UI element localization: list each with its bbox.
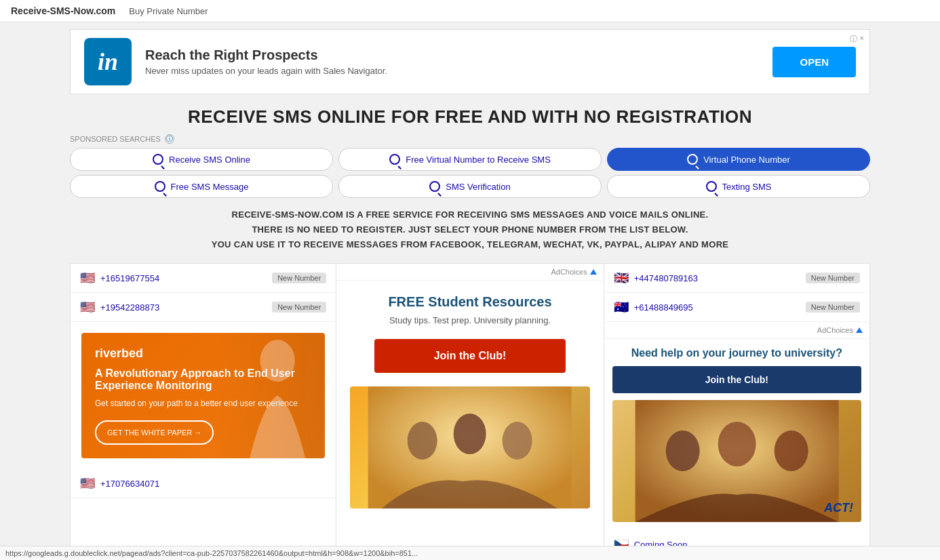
- riverbed-person-image: [216, 333, 326, 458]
- center-students-image: [350, 386, 589, 508]
- svg-point-8: [774, 431, 808, 471]
- sponsored-label: SPONSORED SEARCHES ⓘ: [70, 134, 870, 144]
- search-btn-4[interactable]: SMS Verification: [338, 175, 602, 198]
- right-adchoices: AdChoices: [604, 322, 869, 339]
- svg-point-0: [260, 340, 294, 382]
- phone-number[interactable]: +61488849695: [634, 302, 800, 313]
- new-number-badge: New Number: [806, 302, 860, 313]
- linkedin-logo-text: in: [98, 47, 118, 76]
- table-row[interactable]: 🇬🇧 +447480789163 New Number: [604, 264, 869, 293]
- search-btn-label-4: SMS Verification: [446, 182, 510, 192]
- new-number-badge: New Number: [806, 273, 860, 283]
- desc-line2: THERE IS NO NEED TO REGISTER. JUST SELEC…: [70, 222, 870, 237]
- search-btn-0[interactable]: Receive SMS Online: [70, 148, 333, 171]
- whitepaper-label: GET THE WHITE PAPER →: [107, 428, 201, 437]
- buy-private-number-link[interactable]: Buy Private Number: [129, 6, 208, 16]
- left-column: 🇺🇸 +16519677554 New Number 🇺🇸 +195422888…: [70, 263, 336, 559]
- center-column: AdChoices FREE Student Resources Study t…: [336, 263, 603, 559]
- center-ad-sub: Study tips. Test prep. University planni…: [350, 315, 589, 325]
- search-btn-5[interactable]: Texting SMS: [607, 175, 870, 198]
- phone-number[interactable]: +19542288873: [100, 302, 267, 313]
- search-icon-3: [155, 181, 165, 192]
- search-btn-label-2: Virtual Phone Number: [703, 155, 790, 165]
- ad-corner: ⓘ ×: [850, 34, 864, 44]
- riverbed-whitepaper-btn[interactable]: GET THE WHITE PAPER →: [95, 420, 214, 445]
- ad-subtitle: Never miss updates on your leads again w…: [145, 66, 759, 76]
- search-icon-0: [153, 154, 163, 165]
- main-heading: RECEIVE SMS ONLINE FOR FREE AND WITH NO …: [0, 106, 940, 127]
- search-icon-1: [389, 154, 400, 165]
- sponsored-text: SPONSORED SEARCHES: [70, 135, 161, 143]
- right-ad: Need help on your journey to university?…: [604, 339, 869, 530]
- act-logo: ACT!: [824, 501, 853, 515]
- ad-title: Reach the Right Prospects: [145, 47, 759, 63]
- phone-number[interactable]: +16519677554: [100, 273, 267, 283]
- statusbar-text: https://googleads.g.doubleclick.net/page…: [5, 549, 418, 557]
- center-adchoices-label: AdChoices: [551, 268, 587, 276]
- center-ad: FREE Student Resources Study tips. Test …: [336, 281, 603, 522]
- search-buttons-row2: Free SMS Message SMS Verification Textin…: [70, 175, 870, 198]
- ad-close-icon[interactable]: ×: [860, 34, 864, 44]
- search-btn-label-5: Texting SMS: [722, 182, 772, 192]
- search-btn-1[interactable]: Free Virtual Number to Receive SMS: [338, 148, 602, 171]
- svg-point-6: [665, 431, 699, 471]
- site-name: Receive-SMS-Now.com: [11, 5, 115, 16]
- svg-point-7: [718, 422, 756, 466]
- search-btn-label-0: Receive SMS Online: [169, 155, 250, 165]
- search-btn-2[interactable]: Virtual Phone Number: [607, 148, 870, 171]
- ad-info-icon[interactable]: ⓘ: [850, 34, 857, 44]
- desc-line1: RECEIVE-SMS-NOW.COM IS A FREE SERVICE FO…: [70, 207, 870, 222]
- description: RECEIVE-SMS-NOW.COM IS A FREE SERVICE FO…: [70, 207, 870, 252]
- center-adchoices: AdChoices: [336, 264, 603, 281]
- right-adchoices-label: AdChoices: [817, 326, 853, 334]
- center-join-btn[interactable]: Join the Club!: [374, 339, 566, 373]
- center-ad-headline: FREE Student Resources: [350, 294, 589, 310]
- riverbed-ad: riverbed A Revolutionary Approach to End…: [81, 333, 325, 458]
- search-icon-4: [429, 181, 440, 192]
- flag-au: 🇦🇺: [614, 300, 629, 315]
- new-number-badge: New Number: [272, 302, 326, 313]
- svg-point-4: [503, 422, 532, 460]
- table-row[interactable]: 🇺🇸 +17076634071: [71, 469, 336, 498]
- table-row[interactable]: 🇺🇸 +19542288873 New Number: [71, 293, 336, 322]
- search-btn-3[interactable]: Free SMS Message: [70, 175, 333, 198]
- right-column: 🇬🇧 +447480789163 New Number 🇦🇺 +61488849…: [604, 263, 870, 559]
- adchoices-icon: [856, 327, 863, 333]
- desc-line3: YOU CAN USE IT TO RECEIVE MESSAGES FROM …: [70, 237, 870, 252]
- new-number-badge: New Number: [272, 273, 326, 283]
- sponsored-section: SPONSORED SEARCHES ⓘ Receive SMS Online …: [70, 134, 870, 198]
- search-icon-5: [706, 181, 717, 192]
- right-join-btn[interactable]: Join the Club!: [612, 366, 861, 393]
- flag-us: 🇺🇸: [80, 271, 95, 285]
- linkedin-logo: in: [84, 38, 132, 85]
- table-row[interactable]: 🇦🇺 +61488849695 New Number: [604, 293, 869, 322]
- search-icon-2: [687, 154, 698, 165]
- search-btn-label-1: Free Virtual Number to Receive SMS: [406, 155, 551, 165]
- top-nav: Receive-SMS-Now.com Buy Private Number: [0, 0, 940, 22]
- flag-us: 🇺🇸: [80, 476, 95, 491]
- phone-number[interactable]: +447480789163: [634, 273, 800, 283]
- ad-text: Reach the Right Prospects Never miss upd…: [145, 47, 759, 76]
- ad-banner: ⓘ × in Reach the Right Prospects Never m…: [70, 29, 870, 94]
- sponsored-info-icon[interactable]: ⓘ: [165, 134, 174, 144]
- right-ad-headline: Need help on your journey to university?: [612, 347, 861, 359]
- flag-us: 🇺🇸: [80, 300, 95, 315]
- ad-open-button[interactable]: OPEN: [772, 47, 856, 77]
- svg-point-3: [454, 414, 486, 454]
- phone-number[interactable]: +17076634071: [100, 479, 326, 489]
- flag-gb: 🇬🇧: [614, 271, 629, 285]
- columns: 🇺🇸 +16519677554 New Number 🇺🇸 +195422888…: [70, 263, 870, 559]
- search-btn-label-3: Free SMS Message: [171, 182, 249, 192]
- svg-point-2: [408, 422, 437, 460]
- table-row[interactable]: 🇺🇸 +16519677554 New Number: [71, 264, 336, 293]
- search-buttons-row1: Receive SMS Online Free Virtual Number t…: [70, 148, 870, 171]
- statusbar: https://googleads.g.doubleclick.net/page…: [0, 546, 940, 559]
- right-students-image: ACT!: [612, 400, 861, 522]
- adchoices-icon: [590, 269, 597, 275]
